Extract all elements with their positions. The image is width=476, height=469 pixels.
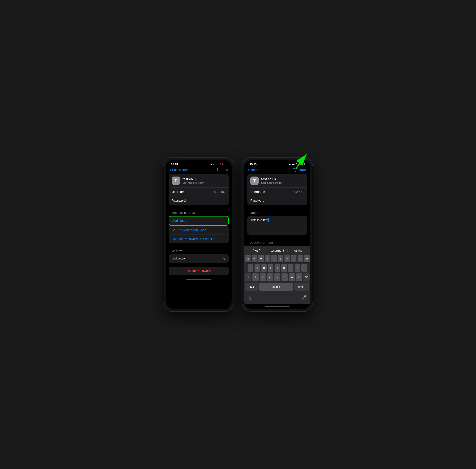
username-row-2[interactable]: Username 802-482 [247,188,307,196]
key-o[interactable]: o [298,254,303,262]
key-x[interactable]: x [260,273,266,281]
key-123[interactable]: 123 [245,283,258,291]
key-j[interactable]: j [288,264,294,272]
notes-textarea-2[interactable]: This is a test [247,216,307,235]
key-c[interactable]: c [267,273,273,281]
keyboard-2: "test" testament testing q w e r t y [244,246,310,304]
svg-rect-5 [222,163,223,165]
key-space[interactable]: space [259,283,293,291]
home-indicator-1 [187,279,211,280]
key-u[interactable]: u [285,254,290,262]
key-k[interactable]: k [295,264,300,272]
nav-bar-1: Passwords Edit [166,167,232,174]
site-info-2: test.co.uk Last modified today [261,177,282,184]
notes-text-2: This is a test [250,218,268,222]
battery-icon [222,163,226,165]
emoji-icon[interactable]: ☺ [248,295,253,301]
website-row-1[interactable]: test.co.uk ⊙ [169,254,229,263]
location-icon-2 [289,163,291,165]
notes-section-label-2: NOTES [244,209,310,216]
autocomplete-word-1[interactable]: "test" [247,248,267,253]
account-options-label-2: ACCOUNT OPTIONS [244,238,310,246]
add-notes-card-1[interactable]: Add Notes [169,216,229,226]
phone-2: 15:13 [242,157,313,312]
status-icons-1 [210,163,226,165]
key-l[interactable]: l [301,264,307,272]
key-return[interactable]: return [294,283,309,291]
autocomplete-word-2[interactable]: testament [267,248,288,253]
green-arrow [292,151,309,171]
status-time-2: 15:13 [250,163,256,166]
svg-point-2 [216,164,216,165]
key-s[interactable]: s [254,264,260,272]
notes-card-2: This is a test [247,216,307,235]
key-n[interactable]: n [289,273,295,281]
username-value-2: 802-482 [293,190,304,194]
key-p[interactable]: p [304,254,310,262]
svg-point-0 [213,164,214,165]
wifi-icon [218,163,221,165]
key-t[interactable]: t [271,254,277,262]
key-m[interactable]: m [296,273,302,281]
key-v[interactable]: v [274,273,281,281]
site-info-1: test.co.uk Last modified today [183,177,204,184]
change-password-row-1[interactable]: Change Password on Website [169,235,229,243]
autocomplete-word-3[interactable]: testing [288,248,308,253]
delete-button-1[interactable]: Delete Password [169,267,229,275]
phone-2-body: 15:13 [242,157,313,312]
phone-1-screen: 15:13 [166,160,232,309]
site-name-2: test.co.uk [261,177,282,181]
site-name-1: test.co.uk [183,177,204,181]
key-d[interactable]: d [261,264,267,272]
phone-1-body: 15:13 [163,157,234,312]
password-label-2: Password [250,199,264,203]
back-button-1[interactable]: Passwords [169,168,188,172]
key-b[interactable]: b [282,273,288,281]
key-h[interactable]: h [281,264,287,272]
nav-actions-1: Edit [216,168,228,172]
username-value-1: 802-482 [214,190,226,194]
screen-content-1: T test.co.uk Last modified today Usernam… [166,174,232,282]
key-i[interactable]: i [291,254,297,262]
screen-content-2: T test.co.uk Last modified today Usernam… [244,174,310,309]
key-q[interactable]: q [245,254,251,262]
keyboard-row-bottom: 123 space return [244,283,310,292]
site-modified-2: Last modified today [261,181,282,184]
signal-icon [213,163,216,165]
key-y[interactable]: y [278,254,283,262]
add-notes-row-1[interactable]: Add Notes [169,217,228,225]
cancel-button-2[interactable]: Cancel [248,168,258,172]
setup-verification-row-1[interactable]: Set Up Verification Code... [169,226,229,234]
shift-key[interactable]: ⇧ [245,273,251,281]
autocomplete-bar: "test" testament testing [244,247,310,254]
status-time-1: 15:13 [171,163,178,166]
website-card-1: test.co.uk ⊙ [169,254,229,263]
key-e[interactable]: e [258,254,264,262]
svg-point-1 [215,164,215,165]
key-a[interactable]: a [248,264,253,272]
status-bar-1: 15:13 [166,160,232,167]
site-modified-1: Last modified today [183,181,204,184]
key-w[interactable]: w [252,254,257,262]
keyboard-row-3: ⇧ z x c v b n m ⌫ [244,273,310,281]
delete-key[interactable]: ⌫ [303,273,310,281]
key-g[interactable]: g [274,264,280,272]
edit-button-1[interactable]: Edit [222,168,228,172]
svg-rect-4 [226,164,226,165]
home-indicator-2 [265,306,289,307]
mic-icon[interactable]: 🎤 [301,295,307,301]
password-row-1[interactable]: Password [169,196,229,205]
key-z[interactable]: z [253,273,259,281]
keyboard-row-1: q w e r t y u i o p [244,254,310,262]
password-row-2[interactable]: Password [247,196,307,205]
key-f[interactable]: f [268,264,273,272]
username-row-1[interactable]: Username 802-482 [169,188,229,196]
share-icon-1[interactable] [216,168,220,172]
add-notes-label-1: Add Notes [172,219,187,223]
site-card-2: T test.co.uk Last modified today Usernam… [247,174,307,205]
change-password-label-1: Change Password on Website [172,237,214,241]
username-label-2: Username [250,190,265,194]
site-icon-1: T [172,177,180,185]
site-card-1: T test.co.uk Last modified today Usernam… [169,174,229,205]
key-r[interactable]: r [265,254,270,262]
